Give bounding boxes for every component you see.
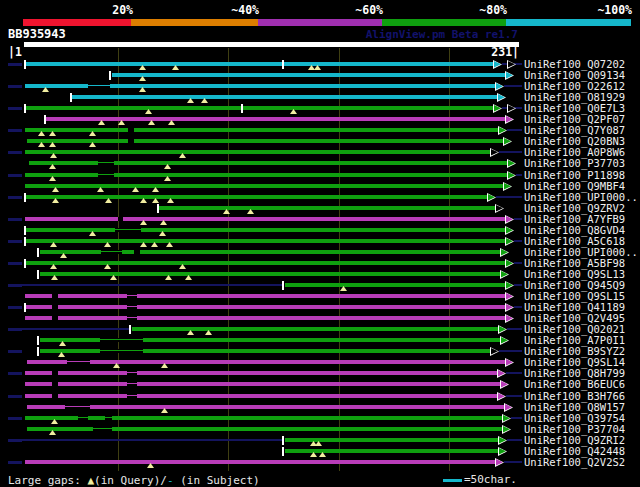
alignment-bar[interactable] <box>25 150 490 154</box>
scale-label: ~40% <box>231 4 259 16</box>
subject-label[interactable]: UniRef100_B6EUC6 <box>524 378 625 390</box>
gap-thin-segment <box>93 427 112 431</box>
watermark-text: AlignView.pm Beta re1.7 <box>366 29 518 41</box>
row-annotation-mark <box>8 107 22 110</box>
subject-label[interactable]: UniRef100_Q2V2S2 <box>524 456 625 468</box>
gap-black-segment <box>128 128 134 132</box>
gap-black-segment <box>52 382 58 386</box>
row-annotation-mark <box>8 218 22 221</box>
gap-thin-segment <box>127 294 137 298</box>
alignment-bar[interactable] <box>25 239 505 243</box>
gap-legend-suffix: (in Subject) <box>174 474 260 487</box>
scale-length-line <box>443 479 462 482</box>
gap-black-segment <box>128 139 134 143</box>
alignment-bar[interactable] <box>27 405 504 409</box>
gap-black-segment <box>52 371 58 375</box>
alignment-bar[interactable] <box>112 73 505 77</box>
segment-boundary-tick <box>37 336 39 345</box>
gap-black-segment <box>134 250 140 254</box>
alignment-bar[interactable] <box>285 449 498 453</box>
alignment-bar[interactable] <box>25 382 500 386</box>
scale-label: ~60% <box>355 4 383 16</box>
alignment-bar[interactable] <box>25 217 505 221</box>
segment-boundary-tick <box>109 71 111 80</box>
row-connector-line <box>514 262 522 264</box>
alignment-bar[interactable] <box>27 139 503 143</box>
scale-label: 20% <box>112 4 133 16</box>
row-baseline <box>10 328 130 330</box>
row-connector-line <box>504 85 522 87</box>
alignment-bar[interactable] <box>285 438 498 442</box>
alignment-bar[interactable] <box>25 184 503 188</box>
row-connector-line <box>511 417 522 419</box>
row-annotation-mark <box>8 306 22 309</box>
row-connector-line <box>514 218 522 220</box>
alignment-bar[interactable] <box>25 416 502 420</box>
alignment-bar[interactable] <box>25 106 493 110</box>
gap-thin-segment <box>127 316 137 320</box>
alignment-bar[interactable] <box>158 206 495 210</box>
scale-segment-40pct <box>131 19 258 26</box>
row-connector-line <box>499 151 522 153</box>
gap-thin-segment <box>100 338 143 342</box>
alignment-bar[interactable] <box>25 261 505 265</box>
gap-legend-mid: (in Query)/ <box>94 474 167 487</box>
row-connector-line <box>507 439 522 441</box>
segment-boundary-tick <box>24 193 26 202</box>
gap-thin-segment <box>67 360 90 364</box>
row-annotation-mark <box>8 129 22 132</box>
subject-gap-marker-icon: - <box>167 474 174 487</box>
alignment-bar[interactable] <box>46 117 505 121</box>
alignment-bar[interactable] <box>25 371 497 375</box>
gap-thin-segment <box>100 349 143 353</box>
row-connector-line <box>507 129 522 131</box>
alignment-bar[interactable] <box>25 228 505 232</box>
alignment-bar[interactable] <box>25 62 493 66</box>
gap-thin-segment <box>98 161 114 165</box>
row-annotation-mark <box>8 240 22 243</box>
scale-segment-20pct <box>23 19 131 26</box>
ruler-end-label: 231| <box>491 46 519 58</box>
alignment-bar[interactable] <box>132 327 498 331</box>
segment-boundary-tick <box>241 104 243 113</box>
segment-boundary-tick <box>37 347 39 356</box>
segment-boundary-tick <box>282 281 284 290</box>
gap-thin-segment <box>127 305 137 309</box>
alignment-bar[interactable] <box>25 305 505 309</box>
scale-length-label: =50char. <box>464 473 517 486</box>
alignment-bar[interactable] <box>25 294 505 298</box>
gap-black-segment <box>52 316 58 320</box>
subject-label[interactable]: UniRef100_P37703 <box>524 157 625 169</box>
alignment-bar[interactable] <box>25 460 495 464</box>
scale-segment-80pct <box>382 19 506 26</box>
scale-label: ~80% <box>479 4 507 16</box>
segment-boundary-tick <box>129 325 131 334</box>
row-annotation-mark <box>8 262 22 265</box>
gap-thin-segment <box>115 228 141 232</box>
segment-boundary-tick <box>70 93 72 102</box>
alignment-bar[interactable] <box>25 128 498 132</box>
gap-black-segment <box>52 305 58 309</box>
gap-thin-segment <box>101 250 122 254</box>
alignment-bar[interactable] <box>27 360 505 364</box>
query-title: BB935943 <box>8 28 66 41</box>
alignment-bar[interactable] <box>72 95 497 99</box>
row-annotation-mark <box>8 372 22 375</box>
alignment-bar[interactable] <box>25 394 497 398</box>
gap-thin-segment <box>88 84 110 88</box>
row-annotation-mark <box>8 417 22 420</box>
segment-boundary-tick <box>24 104 26 113</box>
gap-thin-segment <box>98 173 114 177</box>
alignview-output: 20%~40%~60%~80%~100% BB935943 AlignView.… <box>0 0 640 487</box>
alignment-bar[interactable] <box>25 195 487 199</box>
alignment-bar[interactable] <box>40 272 500 276</box>
row-connector-line <box>514 240 522 242</box>
gap-black-segment <box>52 294 58 298</box>
alignment-bar[interactable] <box>25 316 505 320</box>
segment-boundary-tick <box>282 436 284 445</box>
segment-boundary-tick <box>24 259 26 268</box>
gap-legend-prefix: Large gaps: <box>8 474 87 487</box>
row-annotation-mark <box>8 461 22 464</box>
row-annotation-mark <box>8 350 22 353</box>
alignment-bar[interactable] <box>285 283 505 287</box>
